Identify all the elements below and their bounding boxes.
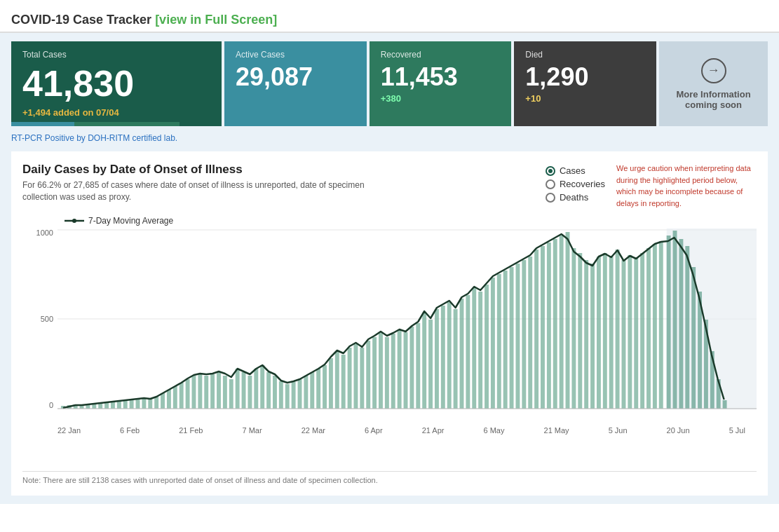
y-label-500: 500 <box>41 315 53 323</box>
svg-rect-44 <box>298 379 302 409</box>
svg-rect-75 <box>491 278 495 409</box>
svg-rect-16 <box>123 400 128 409</box>
svg-rect-57 <box>379 332 383 409</box>
x-label-jun5: 5 Jun <box>609 426 628 435</box>
svg-rect-85 <box>553 239 557 409</box>
option-cases[interactable]: Cases <box>546 165 605 176</box>
svg-rect-112 <box>659 241 663 409</box>
svg-rect-62 <box>409 327 414 409</box>
chart-section: Daily Cases by Date of Onset of Illness … <box>11 151 768 496</box>
svg-rect-22 <box>161 393 165 409</box>
svg-rect-103 <box>603 253 607 409</box>
svg-rect-72 <box>472 288 476 409</box>
x-axis: 22 Jan 6 Feb 21 Feb 7 Mar 22 Mar 6 Apr 2… <box>57 425 745 435</box>
svg-rect-66 <box>435 309 439 409</box>
title-text: COVID-19 Case Tracker <box>11 13 151 27</box>
svg-rect-68 <box>447 302 452 409</box>
svg-rect-28 <box>198 374 202 409</box>
svg-rect-50 <box>335 351 339 409</box>
svg-rect-74 <box>485 285 489 409</box>
died-label: Died <box>525 50 645 60</box>
svg-rect-26 <box>186 379 190 409</box>
total-cases-added: +1,494 added on 07/04 <box>22 107 210 118</box>
chart-warning: We urge caution when interpreting data d… <box>616 163 757 209</box>
svg-rect-86 <box>560 236 564 409</box>
active-cases-label: Active Cases <box>236 50 355 60</box>
svg-rect-107 <box>628 255 632 409</box>
x-label-feb6: 6 Feb <box>120 426 140 435</box>
svg-rect-19 <box>142 398 146 409</box>
moving-avg-legend: 7-Day Moving Average <box>65 216 757 226</box>
svg-rect-27 <box>192 376 196 409</box>
option-deaths[interactable]: Deaths <box>546 192 605 203</box>
option-recoveries[interactable]: Recoveries <box>546 179 605 189</box>
page-wrapper: COVID-19 Case Tracker [view in Full Scre… <box>0 0 779 532</box>
x-label-may6: 6 May <box>484 426 505 435</box>
x-label-jan22: 22 Jan <box>57 426 81 435</box>
svg-rect-59 <box>391 334 395 409</box>
svg-rect-17 <box>130 400 134 409</box>
svg-rect-42 <box>285 384 290 409</box>
main-content: Total Cases 41,830 +1,494 added on 07/04… <box>0 33 779 504</box>
svg-rect-23 <box>167 390 171 409</box>
page-title: COVID-19 Case Tracker [view in Full Scre… <box>11 13 768 27</box>
x-label-apr6: 6 Apr <box>365 426 383 435</box>
svg-rect-80 <box>522 260 526 409</box>
svg-rect-84 <box>547 243 551 409</box>
svg-rect-82 <box>534 250 538 409</box>
svg-rect-73 <box>478 292 482 409</box>
svg-rect-88 <box>571 248 576 409</box>
radio-recoveries[interactable] <box>546 179 555 189</box>
svg-rect-34 <box>236 369 240 409</box>
chart-info: Daily Cases by Date of Onset of Illness … <box>22 163 534 209</box>
stats-row: Total Cases 41,830 +1,494 added on 07/04… <box>11 41 768 126</box>
svg-rect-24 <box>173 386 177 409</box>
y-axis: 1000 500 0 <box>22 229 57 425</box>
radio-deaths[interactable] <box>546 193 555 203</box>
pcr-note: RT-PCR Positive by DOH-RITM certified la… <box>11 133 768 143</box>
recovered-value: 11,453 <box>381 62 501 92</box>
svg-rect-48 <box>323 365 327 409</box>
svg-rect-38 <box>260 365 264 409</box>
svg-rect-20 <box>148 399 152 409</box>
recovered-label: Recovered <box>381 50 501 60</box>
svg-rect-81 <box>528 257 532 409</box>
x-label-apr21: 21 Apr <box>422 426 445 435</box>
died-value: 1,290 <box>525 62 645 92</box>
svg-rect-83 <box>541 246 545 409</box>
radio-cases[interactable] <box>546 166 555 176</box>
svg-rect-92 <box>685 246 689 409</box>
svg-rect-37 <box>254 369 258 409</box>
x-label-feb21: 21 Feb <box>179 426 203 435</box>
svg-rect-35 <box>242 372 246 409</box>
svg-rect-89 <box>667 236 671 409</box>
header: COVID-19 Case Tracker [view in Full Scre… <box>0 7 779 33</box>
svg-chart-wrapper <box>57 229 757 425</box>
x-label-may21: 21 May <box>544 426 569 435</box>
chart-title: Daily Cases by Date of Onset of Illness <box>22 163 534 177</box>
svg-rect-53 <box>353 344 358 409</box>
died-card: Died 1,290 +10 <box>514 41 656 126</box>
svg-rect-25 <box>179 383 184 409</box>
fullscreen-link[interactable]: [view in Full Screen] <box>155 13 277 27</box>
svg-point-1 <box>72 219 76 223</box>
svg-rect-90 <box>673 231 677 409</box>
svg-rect-52 <box>348 348 352 409</box>
total-cases-card: Total Cases 41,830 +1,494 added on 07/04 <box>11 41 222 126</box>
svg-rect-51 <box>341 355 346 409</box>
chart-svg <box>57 229 757 425</box>
svg-rect-45 <box>304 376 308 409</box>
moving-avg-line-icon <box>65 217 84 224</box>
svg-rect-31 <box>217 372 221 409</box>
more-info-text: More Information coming soon <box>670 89 757 110</box>
active-cases-card: Active Cases 29,087 <box>224 41 367 126</box>
svg-rect-67 <box>441 306 445 409</box>
arrow-right-icon[interactable]: → <box>701 58 726 83</box>
option-deaths-label: Deaths <box>560 192 588 203</box>
svg-rect-77 <box>503 271 508 409</box>
svg-rect-49 <box>329 358 333 409</box>
svg-rect-30 <box>210 374 215 409</box>
svg-rect-93 <box>691 267 696 409</box>
option-recoveries-label: Recoveries <box>560 179 605 189</box>
y-label-0: 0 <box>49 401 53 409</box>
